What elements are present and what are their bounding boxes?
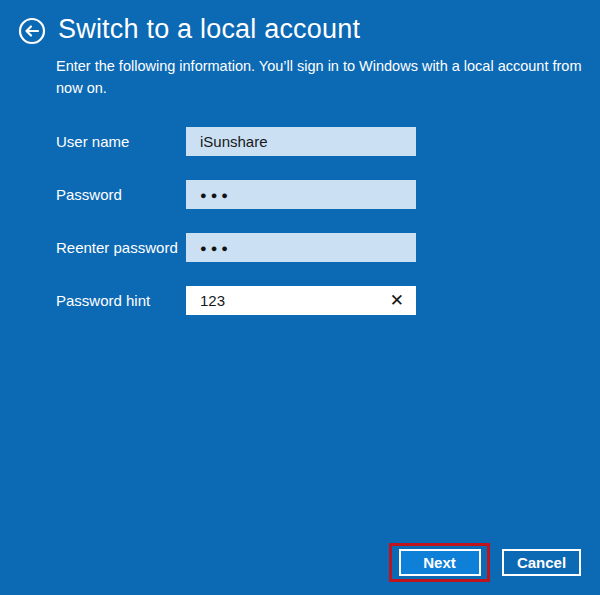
password-hint-value: 123	[200, 292, 388, 309]
cancel-button[interactable]: Cancel	[502, 549, 581, 576]
password-value: ●●●	[200, 189, 406, 201]
reenter-password-value: ●●●	[200, 242, 406, 254]
page-description-line1: Enter the following information. You’ll …	[56, 55, 582, 77]
password-hint-input[interactable]: 123 ✕	[186, 286, 416, 315]
page-description-line2: now on.	[56, 77, 582, 99]
password-label: Password	[56, 180, 122, 209]
red-highlight-annotation: Next	[389, 543, 490, 582]
back-arrow-circle-icon	[18, 17, 46, 45]
reenter-password-input[interactable]: ●●●	[186, 233, 416, 262]
password-input[interactable]: ●●●	[186, 180, 416, 209]
reenter-password-label: Reenter password	[56, 233, 178, 262]
next-button[interactable]: Next	[399, 549, 481, 576]
password-hint-label: Password hint	[56, 286, 150, 315]
switch-local-account-screen: Switch to a local account Enter the foll…	[0, 0, 600, 595]
username-label: User name	[56, 127, 129, 156]
clear-text-icon[interactable]: ✕	[388, 290, 406, 311]
back-button[interactable]	[18, 17, 46, 45]
username-value: iSunshare	[200, 133, 406, 150]
username-input[interactable]: iSunshare	[186, 127, 416, 156]
page-title: Switch to a local account	[58, 14, 360, 45]
page-description: Enter the following information. You’ll …	[56, 55, 582, 99]
